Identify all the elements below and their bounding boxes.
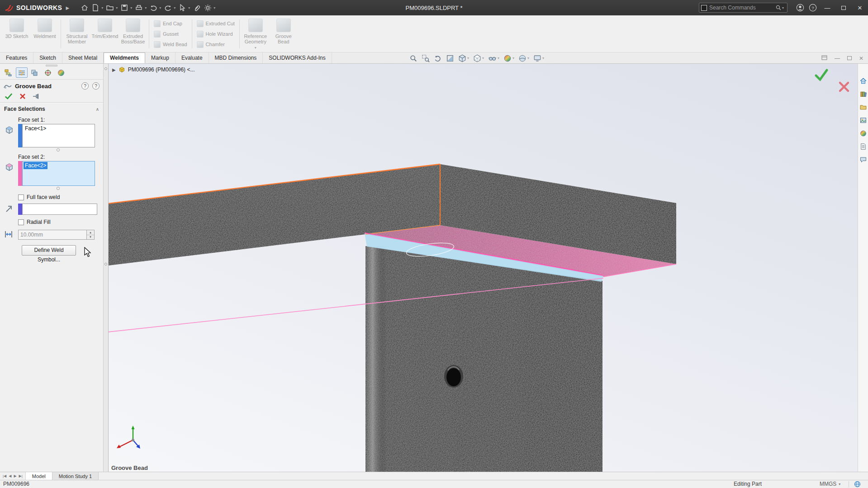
hide-show-items-icon[interactable]: ▾ <box>488 54 499 62</box>
options-caret-icon[interactable]: ▾ <box>213 6 215 10</box>
collapse-chevron-icon[interactable]: ∧ <box>96 107 99 112</box>
ok-button[interactable] <box>5 93 13 99</box>
redo-button[interactable] <box>162 2 173 14</box>
tab-weldments[interactable]: Weldments <box>104 52 145 63</box>
cancel-button[interactable] <box>19 93 26 99</box>
view-settings-caret-icon[interactable]: ▾ <box>542 56 544 60</box>
tab-evaluate[interactable]: Evaluate <box>175 52 209 63</box>
model-front-face[interactable] <box>365 246 602 472</box>
display-style-icon[interactable]: ▾ <box>473 54 484 62</box>
propertymanager-tab[interactable] <box>16 67 28 78</box>
extruded-cut-button[interactable]: Extruded Cut <box>197 19 235 28</box>
options-button[interactable] <box>202 2 213 14</box>
apply-scene-icon[interactable]: ▾ <box>518 54 529 62</box>
hole[interactable] <box>446 368 461 386</box>
redo-caret-icon[interactable]: ▾ <box>174 6 175 10</box>
face-set-1-resize-grip[interactable] <box>57 148 60 152</box>
splitter-grip[interactable] <box>104 263 107 265</box>
splitter-grip[interactable] <box>104 67 107 70</box>
view-orientation-cube-icon[interactable]: ▾ <box>458 54 469 62</box>
face-set-1-listbox[interactable]: Face<1> <box>22 124 95 147</box>
doc-minimize-icon[interactable]: — <box>835 55 840 62</box>
confirm-cancel-button[interactable] <box>838 81 850 94</box>
displaymanager-tab[interactable] <box>55 67 67 78</box>
face-set-2-resize-grip[interactable] <box>57 187 60 190</box>
select-button[interactable] <box>177 2 188 14</box>
3d-sketch-button[interactable]: 3D Sketch <box>3 17 31 51</box>
breadcrumb-text[interactable]: PM009696 (PM009696) <... <box>128 66 195 73</box>
extruded-boss-base-button[interactable]: Extruded Boss/Base <box>119 17 147 51</box>
undo-caret-icon[interactable]: ▾ <box>159 6 161 10</box>
search-icon[interactable] <box>775 5 782 11</box>
zoom-fit-icon[interactable] <box>409 54 417 62</box>
spin-up-icon[interactable]: ▲ <box>87 230 94 235</box>
open-button[interactable] <box>104 2 115 14</box>
undo-button[interactable] <box>148 2 159 14</box>
dimxpertmanager-tab[interactable] <box>42 67 54 78</box>
home-icon[interactable] <box>859 77 867 85</box>
direction-field[interactable] <box>22 204 97 215</box>
define-weld-symbol-button[interactable]: Define Weld Symbol... <box>22 245 76 256</box>
edit-appearance-icon[interactable]: ▾ <box>503 54 514 62</box>
units-caret-icon[interactable]: ▾ <box>839 482 840 486</box>
keep-visible-pin-icon[interactable] <box>33 93 40 99</box>
design-library-icon[interactable] <box>859 90 867 98</box>
save-button[interactable] <box>119 2 130 14</box>
zoom-area-icon[interactable] <box>422 54 430 62</box>
chamfer-button[interactable]: Chamfer <box>197 40 235 49</box>
minimize-button[interactable]: — <box>819 0 835 15</box>
new-document-button[interactable] <box>90 2 101 14</box>
select-caret-icon[interactable]: ▾ <box>188 6 190 10</box>
view-orientation-caret-icon[interactable]: ▾ <box>467 56 469 60</box>
print-caret-icon[interactable]: ▾ <box>145 6 147 10</box>
edit-appearance-caret-icon[interactable]: ▾ <box>512 56 514 60</box>
doc-close-icon[interactable]: ✕ <box>859 55 863 62</box>
reference-geometry-button[interactable]: Reference Geometry▾ <box>242 17 270 51</box>
view-palette-icon[interactable] <box>859 117 867 124</box>
unit-system-dropdown[interactable]: MMGS▾ <box>820 481 840 487</box>
face-set-1-item[interactable]: Face<1> <box>24 125 47 132</box>
tab-markup[interactable]: Markup <box>145 52 175 63</box>
close-button[interactable]: ✕ <box>852 0 868 15</box>
panel-splitter[interactable] <box>103 64 109 472</box>
spin-down-icon[interactable]: ▼ <box>87 235 94 240</box>
trim-extend-button[interactable]: Trim/Extend <box>91 17 119 51</box>
tab-features[interactable]: Features <box>0 52 33 63</box>
gusset-button[interactable]: Gusset <box>154 29 187 38</box>
reference-geometry-caret-icon[interactable]: ▾ <box>255 46 256 50</box>
tab-sheet-metal[interactable]: Sheet Metal <box>62 52 104 63</box>
print-button[interactable] <box>133 2 144 14</box>
face-set-2-listbox[interactable]: Face<2> <box>22 161 95 186</box>
full-face-weld-checkbox[interactable] <box>18 194 24 200</box>
open-caret-icon[interactable]: ▾ <box>116 6 118 10</box>
search-caret-icon[interactable]: ▾ <box>782 6 784 10</box>
groove-size-spinner[interactable]: ▲▼ <box>87 230 95 240</box>
save-caret-icon[interactable]: ▾ <box>130 6 132 10</box>
help-icon[interactable]: ? <box>806 0 819 15</box>
new-document-caret-icon[interactable]: ▾ <box>101 6 103 10</box>
forum-icon[interactable] <box>859 156 867 163</box>
file-explorer-icon[interactable] <box>859 104 867 111</box>
weld-bead-button[interactable]: Weld Bead <box>154 40 187 49</box>
tab-sketch[interactable]: Sketch <box>33 52 62 63</box>
panel-help-icon[interactable]: ? <box>92 82 100 90</box>
radial-fill-checkbox[interactable] <box>18 219 24 225</box>
custom-properties-icon[interactable] <box>859 143 867 150</box>
previous-view-icon[interactable] <box>434 54 442 62</box>
display-style-caret-icon[interactable]: ▾ <box>482 56 484 60</box>
hole-wizard-button[interactable]: Hole Wizard <box>197 29 235 38</box>
logo-flyout-arrow-icon[interactable]: ▶ <box>66 5 69 10</box>
search-commands-box[interactable]: ▾ <box>699 3 787 13</box>
face-set-2-item-selected[interactable]: Face<2> <box>24 162 47 169</box>
tile-windows-icon[interactable] <box>821 55 827 62</box>
view-settings-icon[interactable]: ▾ <box>533 54 544 62</box>
hide-show-caret-icon[interactable]: ▾ <box>498 56 499 60</box>
appearances-icon[interactable] <box>859 130 867 137</box>
end-cap-button[interactable]: End Cap <box>154 19 187 28</box>
featuremanager-tree-tab[interactable] <box>3 67 14 78</box>
maximize-button[interactable] <box>835 0 852 15</box>
section-view-icon[interactable] <box>446 54 454 62</box>
flyout-tree-arrow-icon[interactable]: ▶ <box>112 67 116 72</box>
search-input[interactable] <box>709 5 775 11</box>
attachments-button[interactable] <box>191 2 202 14</box>
